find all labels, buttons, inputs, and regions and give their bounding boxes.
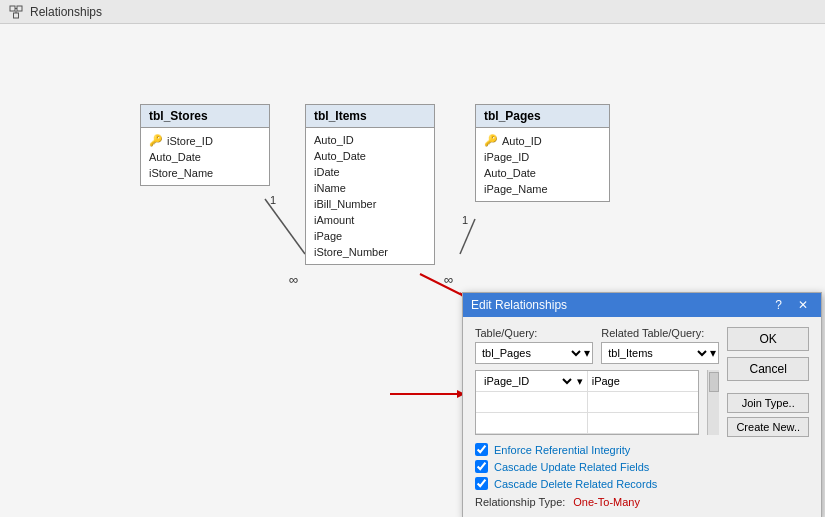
relationship-type-row: Relationship Type: One-To-Many — [475, 496, 719, 508]
svg-text:1: 1 — [462, 214, 468, 226]
mapping-row-1[interactable]: iPage_ID ▾ iPage — [476, 371, 698, 392]
cascade-update-checkbox[interactable] — [475, 460, 488, 473]
table-row: iName — [306, 180, 434, 196]
svg-rect-3 — [14, 13, 19, 18]
svg-text:1: 1 — [270, 194, 276, 206]
table-row: Auto_ID — [306, 132, 434, 148]
enforce-integrity-label[interactable]: Enforce Referential Integrity — [494, 444, 630, 456]
ok-button[interactable]: OK — [727, 327, 809, 351]
table-tbl-stores: tbl_Stores 🔑 iStore_ID Auto_Date iStore_… — [140, 104, 270, 186]
key-icon: 🔑 — [484, 134, 498, 147]
table-row: iDate — [306, 164, 434, 180]
right-table-label: Related Table/Query: — [601, 327, 719, 339]
dialog-titlebar: Edit Relationships ? ✕ — [463, 293, 821, 317]
table-labels-row: Table/Query: tbl_Pages ▾ Related Table/Q… — [475, 327, 719, 364]
table-row: Auto_Date — [476, 165, 609, 181]
right-table-select[interactable]: tbl_Items — [604, 346, 710, 360]
left-table-label: Table/Query: — [475, 327, 593, 339]
table-row: iStore_Name — [141, 165, 269, 181]
table-row: iPage — [306, 228, 434, 244]
table-row: iStore_Number — [306, 244, 434, 260]
cascade-delete-label[interactable]: Cascade Delete Related Records — [494, 478, 657, 490]
mapping-section: iPage_ID ▾ iPage — [475, 370, 719, 435]
canvas-area: 1 ∞ 1 ∞ tbl_Stores 🔑 iStore_ID Auto_Date — [0, 24, 825, 517]
table-stores-body: 🔑 iStore_ID Auto_Date iStore_Name — [141, 128, 269, 185]
mapping-left-field[interactable]: iPage_ID ▾ — [476, 371, 588, 391]
dialog-titlebar-buttons: ? ✕ — [770, 297, 813, 313]
cascade-update-row[interactable]: Cascade Update Related Fields — [475, 460, 719, 473]
key-icon: 🔑 — [149, 134, 163, 147]
mapping-left-select[interactable]: iPage_ID — [480, 374, 575, 388]
svg-text:∞: ∞ — [289, 272, 298, 287]
left-table-select-wrap[interactable]: tbl_Pages ▾ — [475, 342, 593, 364]
left-table-col: Table/Query: tbl_Pages ▾ — [475, 327, 593, 364]
table-row: iBill_Number — [306, 196, 434, 212]
table-pages-body: 🔑 Auto_ID iPage_ID Auto_Date iPage_Name — [476, 128, 609, 201]
table-row: 🔑 Auto_ID — [476, 132, 609, 149]
table-items-body: Auto_ID Auto_Date iDate iName iBill_Numb… — [306, 128, 434, 264]
table-pages-header: tbl_Pages — [476, 105, 609, 128]
mapping-row-3[interactable] — [476, 413, 698, 434]
mapping-left-empty-2[interactable] — [476, 413, 588, 433]
svg-line-5 — [265, 199, 305, 254]
cascade-delete-row[interactable]: Cascade Delete Related Records — [475, 477, 719, 490]
table-row: Auto_Date — [306, 148, 434, 164]
mapping-row-2[interactable] — [476, 392, 698, 413]
scrollbar-thumb[interactable] — [709, 372, 719, 392]
table-row: iPage_ID — [476, 149, 609, 165]
cancel-button[interactable]: Cancel — [727, 357, 809, 381]
left-table-dropdown-icon: ▾ — [584, 346, 590, 360]
right-table-dropdown-icon: ▾ — [710, 346, 716, 360]
mapping-area: iPage_ID ▾ iPage — [475, 370, 699, 435]
mapping-right-empty-2[interactable] — [588, 413, 699, 433]
svg-rect-0 — [10, 6, 15, 11]
mapping-left-dropdown-icon: ▾ — [577, 375, 583, 388]
right-table-col: Related Table/Query: tbl_Items ▾ — [601, 327, 719, 364]
table-items-header: tbl_Items — [306, 105, 434, 128]
svg-rect-1 — [17, 6, 22, 11]
svg-text:∞: ∞ — [444, 272, 453, 287]
relationships-icon — [8, 4, 24, 20]
table-row: 🔑 iStore_ID — [141, 132, 269, 149]
mapping-right-field[interactable]: iPage — [588, 371, 699, 391]
table-row: iAmount — [306, 212, 434, 228]
table-tbl-pages: tbl_Pages 🔑 Auto_ID iPage_ID Auto_Date i… — [475, 104, 610, 202]
table-row: iPage_Name — [476, 181, 609, 197]
dialog-side-buttons: OK Cancel Join Type.. Create New.. — [727, 327, 809, 508]
table-row: Auto_Date — [141, 149, 269, 165]
join-type-button[interactable]: Join Type.. — [727, 393, 809, 413]
edit-relationships-dialog: Edit Relationships ? ✕ Table/Query: — [462, 292, 822, 517]
cascade-delete-checkbox[interactable] — [475, 477, 488, 490]
title-bar-text: Relationships — [30, 5, 102, 19]
mapping-scrollbar[interactable] — [707, 370, 719, 435]
mapping-right-empty[interactable] — [588, 392, 699, 412]
create-new-button[interactable]: Create New.. — [727, 417, 809, 437]
svg-line-8 — [460, 219, 475, 254]
dialog-content: Table/Query: tbl_Pages ▾ Related Table/Q… — [463, 317, 821, 517]
table-tbl-items: tbl_Items Auto_ID Auto_Date iDate iName … — [305, 104, 435, 265]
close-button[interactable]: ✕ — [793, 297, 813, 313]
rel-type-label: Relationship Type: — [475, 496, 565, 508]
title-bar: Relationships — [0, 0, 825, 24]
enforce-integrity-checkbox[interactable] — [475, 443, 488, 456]
mapping-left-empty[interactable] — [476, 392, 588, 412]
enforce-integrity-row[interactable]: Enforce Referential Integrity — [475, 443, 719, 456]
table-stores-header: tbl_Stores — [141, 105, 269, 128]
cascade-update-label[interactable]: Cascade Update Related Fields — [494, 461, 649, 473]
help-button[interactable]: ? — [770, 297, 787, 313]
left-table-select[interactable]: tbl_Pages — [478, 346, 584, 360]
right-table-select-wrap[interactable]: tbl_Items ▾ — [601, 342, 719, 364]
rel-type-value: One-To-Many — [573, 496, 640, 508]
dialog-title: Edit Relationships — [471, 298, 567, 312]
